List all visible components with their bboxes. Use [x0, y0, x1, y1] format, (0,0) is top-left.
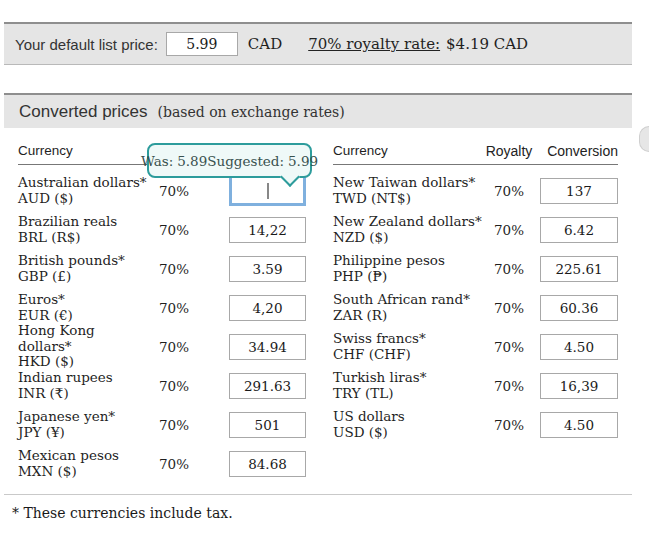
price-suggestion-tooltip: Was: 5.89 Suggested: 5.99 — [147, 143, 312, 178]
royalty-value: 70% — [483, 183, 535, 199]
royalty-value: 70% — [148, 183, 200, 199]
currency-row-hkd: Hong Kong dollars*HKD ($) 70% — [18, 327, 306, 366]
currency-code: NZD ($) — [333, 230, 483, 246]
column-header-currency: Currency — [333, 143, 483, 159]
currency-code: JPY (¥) — [18, 425, 148, 441]
price-input-eur[interactable] — [229, 295, 306, 321]
price-input-usd[interactable] — [540, 412, 618, 438]
tooltip-suggested-label: Suggested: — [207, 153, 284, 169]
text-cursor — [267, 183, 268, 199]
royalty-value: 70% — [483, 378, 535, 394]
price-input-zar[interactable] — [540, 295, 618, 321]
currency-name: Philippine pesos — [333, 253, 483, 269]
royalty-rate-link[interactable]: 70% royalty rate: — [308, 35, 440, 53]
price-input-gbp[interactable] — [229, 256, 306, 282]
tooltip-was-label: Was: — [141, 153, 173, 169]
royalty-value: 70% — [148, 378, 200, 394]
currency-code: MXN ($) — [18, 464, 148, 480]
currency-name: South African rand* — [333, 292, 483, 308]
edge-notch-icon — [639, 126, 649, 152]
currency-name: New Zealand dollars* — [333, 214, 483, 230]
royalty-value: 70% — [148, 417, 200, 433]
currency-code: TRY (TL) — [333, 386, 483, 402]
section-subtitle: (based on exchange rates) — [158, 104, 345, 120]
default-price-currency: CAD — [248, 35, 282, 53]
currency-code: USD ($) — [333, 425, 483, 441]
currency-code: AUD ($) — [18, 191, 148, 207]
tooltip-suggested-value: 5.99 — [288, 153, 318, 169]
price-input-brl[interactable] — [229, 217, 306, 243]
section-title: Converted prices — [19, 102, 148, 122]
currency-code: CHF (CHF) — [333, 347, 483, 363]
currency-row-usd: US dollarsUSD ($) 70% — [333, 405, 618, 444]
currency-row-zar: South African rand*ZAR (R) 70% — [333, 288, 618, 327]
price-input-hkd[interactable] — [229, 334, 306, 360]
price-input-jpy[interactable] — [229, 412, 306, 438]
royalty-value: 70% — [148, 261, 200, 277]
price-input-try[interactable] — [540, 373, 618, 399]
royalty-rate-amount: $4.19 CAD — [446, 35, 528, 53]
currency-row-inr: Indian rupeesINR (₹) 70% — [18, 366, 306, 405]
currency-row-mxn: Mexican pesosMXN ($) 70% — [18, 444, 306, 483]
currency-code: BRL (R$) — [18, 230, 148, 246]
tooltip-was-value: 5.89 — [177, 153, 207, 169]
royalty-value: 70% — [483, 417, 535, 433]
currency-name: Euros* — [18, 292, 148, 308]
currency-name: Australian dollars* — [18, 175, 148, 191]
converted-prices-table-left: Currency Australian dollars*AUD ($) 70% … — [18, 143, 306, 483]
price-input-mxn[interactable] — [229, 451, 306, 477]
currency-row-twd: New Taiwan dollars*TWD (NT$) 70% — [333, 171, 618, 210]
currency-row-eur: Euros*EUR (€) 70% — [18, 288, 306, 327]
currency-name: Mexican pesos — [18, 448, 148, 464]
default-price-label: Your default list price: — [15, 36, 158, 53]
currency-code: GBP (£) — [18, 269, 148, 285]
royalty-value: 70% — [148, 300, 200, 316]
currency-name: Indian rupees — [18, 370, 148, 386]
column-header-conversion: Conversion — [540, 143, 618, 159]
currency-code: TWD (NT$) — [333, 191, 483, 207]
price-input-inr[interactable] — [229, 373, 306, 399]
footer-divider — [4, 494, 632, 495]
price-input-chf[interactable] — [540, 334, 618, 360]
royalty-value: 70% — [483, 339, 535, 355]
table-header-right: Currency Royalty Conversion — [333, 143, 618, 165]
currency-name: Swiss francs* — [333, 331, 483, 347]
currency-row-nzd: New Zealand dollars*NZD ($) 70% — [333, 210, 618, 249]
column-header-currency: Currency — [18, 143, 148, 159]
default-price-bar: Your default list price: CAD 70% royalty… — [4, 22, 632, 65]
currency-row-php: Philippine pesosPHP (₱) 70% — [333, 249, 618, 288]
currency-code: INR (₹) — [18, 386, 148, 402]
currency-code: ZAR (R) — [333, 308, 483, 324]
royalty-value: 70% — [483, 261, 535, 277]
royalty-value: 70% — [483, 222, 535, 238]
currency-code: HKD ($) — [18, 354, 148, 370]
currency-name: New Taiwan dollars* — [333, 175, 483, 191]
price-input-nzd[interactable] — [540, 217, 618, 243]
currency-name: Hong Kong dollars* — [18, 323, 148, 354]
price-input-twd[interactable] — [540, 178, 618, 204]
default-price-input[interactable] — [166, 32, 238, 56]
royalty-value: 70% — [148, 222, 200, 238]
tax-footnote: * These currencies include tax. — [12, 505, 233, 521]
currency-row-try: Turkish liras*TRY (TL) 70% — [333, 366, 618, 405]
currency-name: US dollars — [333, 409, 483, 425]
royalty-value: 70% — [148, 456, 200, 472]
column-header-royalty: Royalty — [483, 143, 535, 159]
currency-row-chf: Swiss francs*CHF (CHF) 70% — [333, 327, 618, 366]
converted-prices-table-right: Currency Royalty Conversion New Taiwan d… — [333, 143, 618, 444]
currency-name: Turkish liras* — [333, 370, 483, 386]
currency-name: British pounds* — [18, 253, 148, 269]
currency-name: Japanese yen* — [18, 409, 148, 425]
currency-row-brl: Brazilian realsBRL (R$) 70% — [18, 210, 306, 249]
currency-name: Brazilian reals — [18, 214, 148, 230]
royalty-value: 70% — [483, 300, 535, 316]
currency-code: PHP (₱) — [333, 269, 483, 285]
currency-row-jpy: Japanese yen*JPY (¥) 70% — [18, 405, 306, 444]
currency-row-gbp: British pounds*GBP (£) 70% — [18, 249, 306, 288]
royalty-value: 70% — [148, 339, 200, 355]
converted-prices-header: Converted prices (based on exchange rate… — [4, 93, 632, 128]
price-input-php[interactable] — [540, 256, 618, 282]
currency-code: EUR (€) — [18, 308, 148, 324]
